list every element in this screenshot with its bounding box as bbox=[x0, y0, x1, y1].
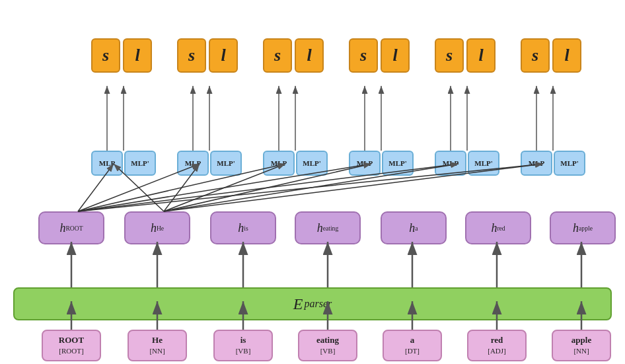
token-a: a [DT] bbox=[383, 330, 442, 361]
orange-s-3: s bbox=[263, 38, 292, 73]
token-red: red [ADJ] bbox=[467, 330, 527, 361]
diagram: s l s l s l s l s l s l MLP MLP' bbox=[0, 0, 625, 364]
mlp-6: MLP bbox=[521, 151, 552, 176]
orange-s-1: s bbox=[91, 38, 120, 73]
token-eating: eating [VB] bbox=[298, 330, 357, 361]
eparser-box: Eparser bbox=[13, 287, 612, 320]
orange-l-3: l bbox=[295, 38, 324, 73]
orange-l-1: l bbox=[123, 38, 152, 73]
mlpp-1: MLP' bbox=[124, 151, 156, 176]
orange-s-6: s bbox=[521, 38, 550, 73]
orange-s-4: s bbox=[349, 38, 378, 73]
token-he: He [NN] bbox=[128, 330, 187, 361]
mlp-1: MLP bbox=[91, 151, 123, 176]
h-a: ha bbox=[381, 211, 447, 244]
mlp-2: MLP bbox=[177, 151, 209, 176]
orange-l-2: l bbox=[209, 38, 238, 73]
orange-l-6: l bbox=[552, 38, 581, 73]
mlpp-6: MLP' bbox=[554, 151, 585, 176]
mlpp-4: MLP' bbox=[382, 151, 414, 176]
h-apple: happle bbox=[550, 211, 616, 244]
orange-s-2: s bbox=[177, 38, 206, 73]
h-eating: heating bbox=[295, 211, 361, 244]
mlpp-2: MLP' bbox=[210, 151, 242, 176]
orange-l-4: l bbox=[381, 38, 410, 73]
token-root: ROOT [ROOT] bbox=[42, 330, 101, 361]
mlp-5: MLP bbox=[435, 151, 466, 176]
mlp-4: MLP bbox=[349, 151, 381, 176]
h-he: hHe bbox=[124, 211, 190, 244]
h-is: his bbox=[210, 211, 276, 244]
token-is: is [VB] bbox=[213, 330, 273, 361]
token-apple: apple [NN] bbox=[552, 330, 611, 361]
mlpp-5: MLP' bbox=[468, 151, 499, 176]
orange-s-5: s bbox=[435, 38, 464, 73]
h-root: hROOT bbox=[38, 211, 104, 244]
mlpp-3: MLP' bbox=[296, 151, 328, 176]
orange-l-5: l bbox=[466, 38, 496, 73]
h-red: hred bbox=[465, 211, 531, 244]
mlp-3: MLP bbox=[263, 151, 295, 176]
